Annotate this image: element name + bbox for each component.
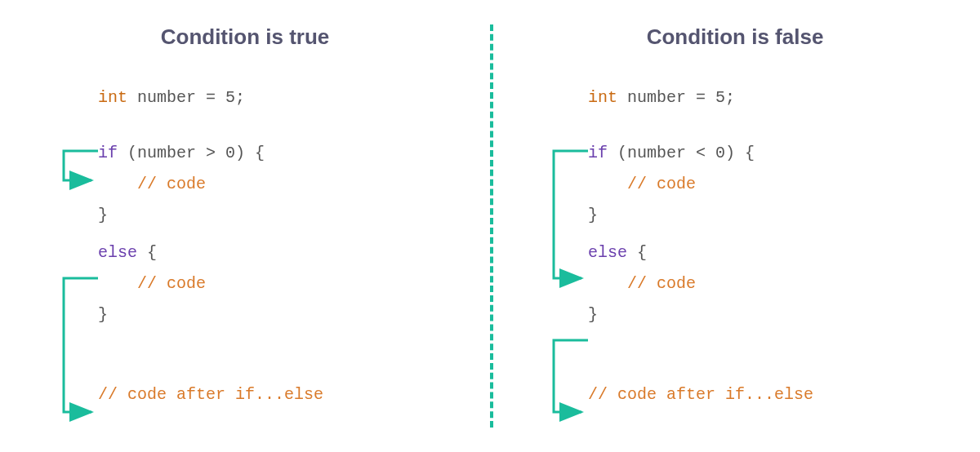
spacer: [588, 231, 947, 237]
line-after: // code after if...else: [588, 379, 947, 410]
if-cond: (number < 0) {: [608, 144, 755, 162]
line-if-body: // code: [588, 169, 947, 200]
else-rest: {: [627, 243, 647, 262]
spacer: [588, 355, 947, 379]
decl-rest: number = 5;: [127, 88, 245, 107]
brace-close2: }: [98, 305, 108, 324]
panel-false: Condition is false int number = 5; if (n…: [490, 0, 980, 452]
keyword-int: int: [588, 88, 617, 107]
line-declaration: int number = 5;: [98, 82, 457, 113]
if-cond: (number > 0) {: [118, 144, 265, 162]
spacer: [98, 330, 457, 355]
brace-close2: }: [588, 305, 598, 324]
spacer: [588, 330, 947, 355]
keyword-int: int: [98, 88, 127, 107]
diagram-container: Condition is true int number = 5; if (nu…: [0, 0, 980, 452]
line-if: if (number < 0) {: [588, 138, 947, 169]
else-rest: {: [137, 243, 157, 262]
flow-arrows-true: [47, 82, 98, 452]
line-close2: }: [98, 299, 457, 330]
panel-true: Condition is true int number = 5; if (nu…: [0, 0, 490, 452]
line-close2: }: [588, 299, 947, 330]
keyword-if: if: [588, 144, 608, 162]
line-if-body: // code: [98, 169, 457, 200]
flow-arrows-false: [537, 82, 588, 452]
line-after: // code after if...else: [98, 379, 457, 410]
brace-close1: }: [588, 206, 598, 224]
comment-after: // code after if...else: [588, 385, 813, 404]
comment-else-body: // code: [137, 274, 206, 293]
line-else-body: // code: [98, 268, 457, 299]
comment-if-body: // code: [137, 175, 206, 193]
code-block-false: int number = 5; if (number < 0) { // cod…: [588, 82, 947, 410]
title-true: Condition is true: [33, 24, 457, 50]
keyword-else: else: [588, 243, 627, 262]
comment-after: // code after if...else: [98, 385, 323, 404]
line-close1: }: [588, 200, 947, 231]
brace-close1: }: [98, 206, 108, 224]
title-false: Condition is false: [523, 24, 947, 50]
decl-rest: number = 5;: [617, 88, 735, 107]
line-else-body: // code: [588, 268, 947, 299]
comment-if-body: // code: [627, 175, 696, 193]
code-block-true: int number = 5; if (number > 0) { // cod…: [98, 82, 457, 410]
line-close1: }: [98, 200, 457, 231]
spacer: [98, 231, 457, 237]
keyword-else: else: [98, 243, 137, 262]
spacer: [98, 113, 457, 138]
line-else: else {: [588, 237, 947, 268]
keyword-if: if: [98, 144, 118, 162]
spacer: [588, 113, 947, 138]
line-if: if (number > 0) {: [98, 138, 457, 169]
line-else: else {: [98, 237, 457, 268]
spacer: [98, 355, 457, 379]
line-declaration: int number = 5;: [588, 82, 947, 113]
comment-else-body: // code: [627, 274, 696, 293]
